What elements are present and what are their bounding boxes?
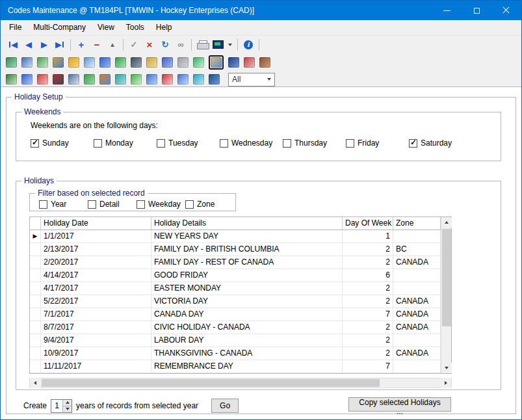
next-record-icon[interactable]: ▶: [37, 38, 51, 52]
horizontal-scrollbar-thumb[interactable]: [42, 379, 380, 387]
package-icon[interactable]: [259, 57, 270, 68]
close-button[interactable]: [491, 1, 521, 20]
money-icon[interactable]: [6, 74, 17, 85]
checkbox-monday[interactable]: [94, 139, 102, 148]
chart-icon[interactable]: [84, 74, 95, 85]
table-row[interactable]: 4/14/2017 GOOD FRIDAY 6: [30, 269, 441, 282]
checkbox-sunday[interactable]: [31, 139, 39, 148]
table-row[interactable]: 4/17/2017 EASTER MONDAY 2: [30, 282, 441, 295]
vertical-scrollbar-thumb[interactable]: [442, 229, 451, 326]
holiday-codes-button[interactable]: [209, 55, 224, 70]
checkbox-filter-weekday[interactable]: [137, 200, 145, 209]
info-icon[interactable]: i: [241, 38, 255, 52]
shield-icon[interactable]: [68, 57, 79, 68]
last-record-icon[interactable]: ▶: [53, 38, 67, 52]
scroll-right-button[interactable]: [441, 378, 451, 388]
table-row[interactable]: 2/13/2017 FAMILY DAY - BRITISH COLUMBIA …: [30, 243, 441, 256]
scroll-up-button[interactable]: [441, 217, 452, 228]
table-icon[interactable]: [53, 57, 64, 68]
spinner-down-button[interactable]: [63, 406, 72, 412]
scroll-down-button[interactable]: [441, 363, 452, 373]
print-codes-icon[interactable]: [244, 57, 255, 68]
report-icon[interactable]: [68, 74, 79, 85]
unlink-icon[interactable]: ∞: [174, 38, 188, 52]
toolbar-separator: [123, 39, 124, 51]
spinner-up-button[interactable]: [63, 400, 72, 406]
contact-icon[interactable]: [131, 57, 142, 68]
menu-item-help[interactable]: Help: [150, 21, 178, 34]
binoculars-icon[interactable]: [228, 57, 239, 68]
approve-grid-icon[interactable]: [37, 57, 48, 68]
years-input[interactable]: [51, 400, 62, 412]
weekends-title: Weekends: [21, 107, 63, 116]
table-row[interactable]: 9/4/2017 LABOUR DAY 2: [30, 334, 441, 347]
checkbox-filter-zone[interactable]: [185, 200, 194, 209]
cell-zone: CANADA: [393, 308, 441, 321]
table-row[interactable]: 2/20/2017 FAMILY DAY - REST OF CANADA 2 …: [30, 256, 441, 269]
column-header-holiday-date[interactable]: Holiday Date: [41, 217, 151, 230]
print-icon[interactable]: [195, 38, 209, 52]
flag-blue-icon[interactable]: [21, 74, 33, 85]
go-button[interactable]: Go: [211, 399, 239, 413]
discounts-icon[interactable]: [6, 57, 17, 68]
save-disk-icon[interactable]: [162, 57, 173, 68]
move-up-icon[interactable]: ▲: [105, 38, 120, 52]
codes-filter-combobox[interactable]: All: [228, 73, 275, 86]
years-spinner[interactable]: [51, 399, 72, 413]
first-record-icon[interactable]: ◀: [6, 38, 20, 52]
menu-item-multi-company[interactable]: Multi-Company: [27, 21, 92, 34]
column-header-day-of-week[interactable]: Day Of Week: [343, 217, 393, 230]
table-row[interactable]: 10/9/2017 THANKSGIVING - CANADA 2 CANADA: [30, 347, 441, 360]
table-row[interactable]: 11/11/2017 REMEMBRANCE DAY 7: [30, 360, 441, 373]
minimize-icon: [443, 10, 450, 11]
checkbox-thursday[interactable]: [283, 139, 291, 148]
table-row[interactable]: 7/1/2017 CANADA DAY 7 CANADA: [30, 308, 441, 321]
checkbox-wednesday[interactable]: [220, 139, 228, 148]
globe-icon[interactable]: [209, 74, 220, 85]
copy-icon[interactable]: [84, 57, 95, 68]
checkbox-filter-year[interactable]: [39, 200, 47, 209]
checkbox-friday[interactable]: [346, 139, 354, 148]
screen-icon[interactable]: [211, 38, 225, 52]
cancel-icon[interactable]: ×: [142, 38, 157, 52]
screen-dropdown-icon[interactable]: [226, 38, 234, 52]
network-icon[interactable]: [53, 74, 64, 85]
copy-selected-holidays-button[interactable]: Copy selected Holidays ...: [348, 397, 451, 412]
add-record-icon[interactable]: +: [74, 38, 88, 52]
delete-record-icon[interactable]: −: [90, 38, 104, 52]
table-row[interactable]: 5/22/2017 VICTORIA DAY 2 CANADA: [30, 295, 441, 308]
column-header-holiday-details[interactable]: Holiday Details: [151, 217, 343, 230]
menu-item-tools[interactable]: Tools: [120, 21, 150, 34]
checkbox-tuesday[interactable]: [157, 139, 165, 148]
mail-icon[interactable]: [146, 57, 157, 68]
plane-icon[interactable]: [177, 74, 189, 85]
upload-icon[interactable]: [115, 74, 126, 85]
web-icon[interactable]: [146, 74, 157, 85]
flag-icon[interactable]: [99, 57, 111, 68]
table-row[interactable]: ▶ 1/1/2017 NEW YEARS DAY 1: [30, 230, 441, 243]
export-icon[interactable]: [193, 57, 204, 68]
menu-item-file[interactable]: File: [3, 21, 27, 34]
transfer-icon[interactable]: [115, 57, 126, 68]
maximize-button[interactable]: [462, 1, 491, 20]
menu-item-view[interactable]: View: [92, 21, 120, 34]
checkbox-filter-detail[interactable]: [88, 200, 96, 209]
link-icon[interactable]: [177, 57, 189, 68]
minimize-button[interactable]: [432, 1, 462, 20]
checkbox-saturday[interactable]: [409, 139, 417, 148]
car-icon[interactable]: [162, 74, 173, 85]
column-header-zone[interactable]: Zone: [393, 217, 441, 230]
table-row[interactable]: 8/7/2017 CIVIC HOLIDAY - CANADA 2 CANADA: [30, 321, 441, 334]
books-icon[interactable]: [99, 74, 111, 85]
vertical-scrollbar[interactable]: [441, 217, 451, 373]
save-icon[interactable]: ✓: [127, 38, 141, 52]
check-icon[interactable]: [131, 74, 142, 85]
refresh-icon[interactable]: ↻: [158, 38, 172, 52]
toolbar-separator: [70, 39, 71, 51]
scroll-left-button[interactable]: [30, 378, 40, 388]
horizontal-scrollbar[interactable]: [29, 378, 452, 388]
boat-icon[interactable]: [193, 74, 204, 85]
previous-record-icon[interactable]: ◀: [21, 38, 36, 52]
star-icon[interactable]: [37, 74, 48, 85]
notes-icon[interactable]: [21, 57, 33, 68]
